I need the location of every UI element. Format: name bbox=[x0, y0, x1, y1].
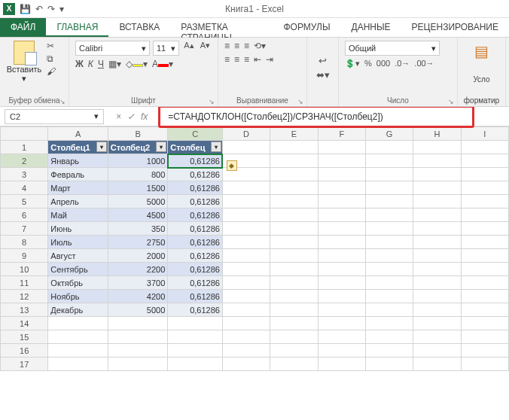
cell[interactable] bbox=[365, 290, 413, 303]
cell[interactable] bbox=[222, 195, 270, 208]
row-header[interactable]: 7 bbox=[1, 222, 48, 236]
table-header[interactable]: Столбец1▾ bbox=[48, 141, 108, 154]
orientation-icon[interactable]: ⟲▾ bbox=[254, 41, 266, 51]
increase-decimal-icon[interactable]: .0→ bbox=[395, 59, 410, 68]
cell[interactable] bbox=[168, 344, 223, 358]
shrink-font-icon[interactable]: A▾ bbox=[199, 41, 212, 56]
cell[interactable] bbox=[222, 330, 270, 344]
bold-button[interactable]: Ж bbox=[75, 59, 84, 69]
undo-icon[interactable]: ↶ bbox=[35, 4, 43, 14]
cell[interactable] bbox=[48, 358, 108, 371]
cell[interactable] bbox=[413, 181, 461, 195]
cell[interactable]: Февраль bbox=[48, 168, 108, 181]
cell[interactable] bbox=[270, 358, 318, 371]
filter-dropdown-icon[interactable]: ▾ bbox=[96, 142, 107, 152]
tab-home[interactable]: ГЛАВНАЯ bbox=[46, 18, 108, 37]
cell[interactable] bbox=[318, 263, 365, 276]
name-box[interactable]: C2▾ bbox=[5, 109, 104, 124]
cell[interactable]: 5000 bbox=[108, 303, 168, 317]
border-icon[interactable]: ▦▾ bbox=[108, 59, 121, 69]
grow-font-icon[interactable]: A▴ bbox=[182, 41, 195, 56]
cell[interactable] bbox=[413, 358, 461, 371]
cell[interactable]: Июнь bbox=[48, 222, 108, 236]
cell[interactable] bbox=[318, 222, 365, 236]
cell[interactable] bbox=[461, 154, 508, 168]
cell[interactable] bbox=[365, 317, 413, 330]
cell[interactable]: Май bbox=[48, 208, 108, 222]
cell[interactable] bbox=[365, 236, 413, 249]
cancel-formula-icon[interactable]: × bbox=[116, 111, 121, 122]
tab-data[interactable]: ДАННЫЕ bbox=[341, 18, 401, 37]
cell[interactable] bbox=[413, 249, 461, 263]
filter-dropdown-icon[interactable]: ▾ bbox=[211, 142, 221, 152]
cell[interactable] bbox=[318, 154, 365, 168]
cell[interactable]: 0,61286 bbox=[168, 208, 223, 222]
cell[interactable] bbox=[168, 330, 223, 344]
cell[interactable]: 0,61286 bbox=[168, 236, 223, 249]
cell[interactable] bbox=[318, 181, 365, 195]
smart-tag-icon[interactable]: ◆ bbox=[227, 160, 237, 171]
cell[interactable] bbox=[318, 141, 365, 154]
redo-icon[interactable]: ↷ bbox=[47, 4, 55, 14]
cell[interactable]: 800 bbox=[108, 168, 168, 181]
font-size-select[interactable]: 11▾ bbox=[153, 41, 179, 56]
table-header[interactable]: Столбец▾ bbox=[168, 141, 223, 154]
cell[interactable] bbox=[413, 344, 461, 358]
cell[interactable] bbox=[413, 303, 461, 317]
cell[interactable]: 3700 bbox=[108, 276, 168, 290]
fill-color-button[interactable]: ◇▾ bbox=[126, 59, 148, 69]
align-launcher-icon[interactable]: ↘ bbox=[297, 98, 303, 105]
cell[interactable]: 0,61286 bbox=[168, 249, 223, 263]
row-header[interactable]: 1 bbox=[1, 141, 48, 154]
cell[interactable] bbox=[270, 303, 318, 317]
cell[interactable] bbox=[461, 317, 508, 330]
col-header-E[interactable]: E bbox=[270, 127, 318, 141]
font-name-select[interactable]: Calibri▾ bbox=[75, 41, 150, 56]
cell[interactable] bbox=[365, 141, 413, 154]
row-header[interactable]: 11 bbox=[1, 276, 48, 290]
col-header-D[interactable]: D bbox=[222, 127, 270, 141]
cell[interactable] bbox=[365, 154, 413, 168]
cell[interactable] bbox=[222, 141, 270, 154]
cell[interactable]: 0,61286 bbox=[168, 276, 223, 290]
row-header[interactable]: 12 bbox=[1, 290, 48, 303]
cell[interactable] bbox=[270, 344, 318, 358]
col-header-A[interactable]: A bbox=[48, 127, 108, 141]
cell[interactable] bbox=[461, 290, 508, 303]
cell[interactable]: Декабрь bbox=[48, 303, 108, 317]
wrap-text-icon[interactable]: ↩ bbox=[319, 55, 327, 66]
align-center-icon[interactable]: ≡ bbox=[234, 54, 239, 65]
cell[interactable] bbox=[270, 330, 318, 344]
cell[interactable] bbox=[318, 330, 365, 344]
cell[interactable] bbox=[270, 249, 318, 263]
indent-increase-icon[interactable]: ⇥ bbox=[266, 54, 273, 65]
row-header[interactable]: 10 bbox=[1, 263, 48, 276]
conditional-formatting-icon[interactable]: ▤ bbox=[471, 41, 492, 62]
cell[interactable]: 0,61286 bbox=[168, 263, 223, 276]
cell[interactable] bbox=[318, 303, 365, 317]
cell[interactable] bbox=[318, 168, 365, 181]
cell[interactable] bbox=[461, 330, 508, 344]
cell[interactable] bbox=[461, 181, 508, 195]
cell[interactable] bbox=[222, 276, 270, 290]
col-header-G[interactable]: G bbox=[365, 127, 413, 141]
cell[interactable]: 2200 bbox=[108, 263, 168, 276]
cell[interactable]: Март bbox=[48, 181, 108, 195]
font-color-button[interactable]: A▾ bbox=[152, 59, 173, 69]
cell[interactable] bbox=[413, 290, 461, 303]
col-header-C[interactable]: C bbox=[168, 127, 223, 141]
decrease-decimal-icon[interactable]: .00→ bbox=[414, 59, 434, 68]
cell[interactable] bbox=[413, 236, 461, 249]
qat-more-icon[interactable]: ▾ bbox=[59, 4, 64, 14]
cell[interactable]: Апрель bbox=[48, 195, 108, 208]
number-format-select[interactable]: Общий▾ bbox=[345, 41, 440, 56]
merge-center-icon[interactable]: ⬌▾ bbox=[316, 69, 330, 81]
cell[interactable] bbox=[318, 208, 365, 222]
cell[interactable] bbox=[413, 276, 461, 290]
cell[interactable] bbox=[413, 317, 461, 330]
cell[interactable]: 4500 bbox=[108, 208, 168, 222]
cell[interactable] bbox=[461, 208, 508, 222]
filter-dropdown-icon[interactable]: ▾ bbox=[156, 142, 166, 152]
percent-format-icon[interactable]: % bbox=[364, 59, 372, 68]
cell[interactable] bbox=[365, 276, 413, 290]
